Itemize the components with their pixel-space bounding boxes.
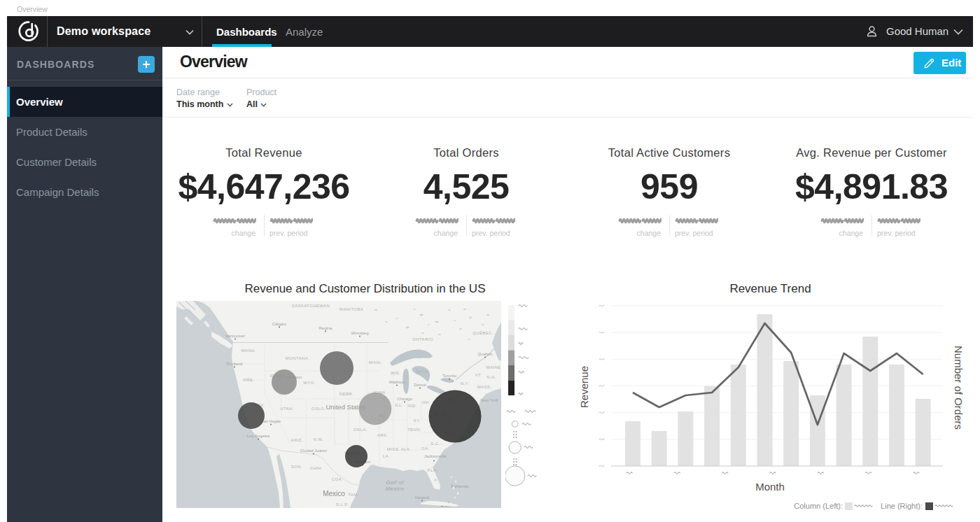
svg-text:ARK.: ARK.: [377, 433, 388, 437]
svg-text:Calgary: Calgary: [272, 322, 287, 326]
svg-text:New York: New York: [480, 398, 498, 402]
svg-text:N.M.: N.M.: [314, 437, 323, 442]
svg-text:SON.: SON.: [291, 465, 302, 469]
svg-text:WIS.: WIS.: [391, 371, 401, 375]
svg-text:Winnipeg: Winnipeg: [351, 331, 368, 335]
svg-text:WYO.: WYO.: [303, 381, 316, 385]
svg-text:ARIZ.: ARIZ.: [290, 438, 302, 442]
svg-text:Las Vegas: Las Vegas: [261, 419, 281, 423]
svg-text:ILL.: ILL.: [395, 403, 403, 407]
svg-text:COA.: COA.: [332, 477, 343, 481]
svg-text:FLA.: FLA.: [428, 468, 438, 472]
svg-text:SASKATCHEWAN: SASKATCHEWAN: [292, 304, 330, 308]
svg-text:Portland: Portland: [227, 362, 242, 366]
svg-text:OKLA.: OKLA.: [354, 428, 368, 432]
svg-text:LA.: LA.: [383, 454, 390, 458]
svg-text:Number of Orders: Number of Orders: [953, 346, 965, 430]
svg-text:UTAH: UTAH: [280, 407, 293, 411]
svg-text:TAM.: TAM.: [348, 493, 359, 497]
svg-text:Detroit: Detroit: [414, 383, 426, 387]
svg-text:Gulf of: Gulf of: [386, 479, 404, 486]
svg-text:Los Angeles: Los Angeles: [247, 434, 270, 438]
svg-text:Revenue: Revenue: [578, 366, 590, 408]
svg-text:Havana: Havana: [415, 495, 430, 500]
svg-text:ONTARIO: ONTARIO: [412, 337, 433, 341]
svg-text:MISS.: MISS.: [387, 447, 400, 451]
svg-text:GA.: GA.: [421, 446, 430, 451]
svg-text:MINN.: MINN.: [369, 360, 382, 365]
svg-text:Quebec: Quebec: [477, 352, 492, 356]
svg-text:Madison: Madison: [389, 380, 405, 384]
svg-text:MASS.: MASS.: [477, 385, 492, 389]
svg-text:Regina: Regina: [318, 326, 332, 330]
svg-text:N.Y.: N.Y.: [461, 381, 470, 386]
svg-text:MONTANA: MONTANA: [286, 356, 308, 360]
svg-text:Month: Month: [755, 481, 785, 493]
svg-text:MICH.: MICH.: [416, 369, 430, 374]
svg-text:ORE.: ORE.: [243, 378, 254, 382]
svg-text:Chicago: Chicago: [397, 397, 413, 401]
svg-text:Jacksonville: Jacksonville: [424, 454, 447, 458]
svg-text:IND.: IND.: [407, 404, 417, 408]
svg-text:Column (Left):: Column (Left):: [794, 502, 843, 510]
svg-text:S.L.P.: S.L.P.: [336, 502, 349, 507]
svg-text:COLO.: COLO.: [312, 407, 326, 411]
svg-text:ALA.: ALA.: [401, 447, 412, 451]
svg-text:TENN.: TENN.: [407, 428, 421, 432]
svg-text:VT: VT: [475, 373, 481, 377]
svg-text:Line (Right):: Line (Right):: [881, 502, 923, 510]
svg-text:MAINE: MAINE: [486, 365, 500, 369]
svg-text:MANITOBA: MANITOBA: [340, 307, 363, 311]
svg-text:Vancouver: Vancouver: [225, 334, 245, 338]
svg-text:NEBR.: NEBR.: [340, 392, 354, 396]
svg-text:N.H.: N.H.: [486, 375, 496, 379]
svg-text:Toronto: Toronto: [442, 374, 457, 378]
svg-text:S.C.: S.C.: [430, 442, 440, 446]
svg-text:Mexico: Mexico: [386, 486, 404, 492]
svg-text:OH: OH: [422, 400, 429, 404]
svg-text:WASH.: WASH.: [241, 348, 255, 353]
svg-text:Mexico: Mexico: [323, 490, 345, 498]
svg-text:Ciudad Juárez: Ciudad Juárez: [300, 449, 328, 453]
svg-text:KY.: KY.: [414, 418, 421, 423]
svg-text:QUÉBEC: QUÉBEC: [472, 331, 492, 335]
svg-text:CHIH.: CHIH.: [310, 466, 323, 470]
